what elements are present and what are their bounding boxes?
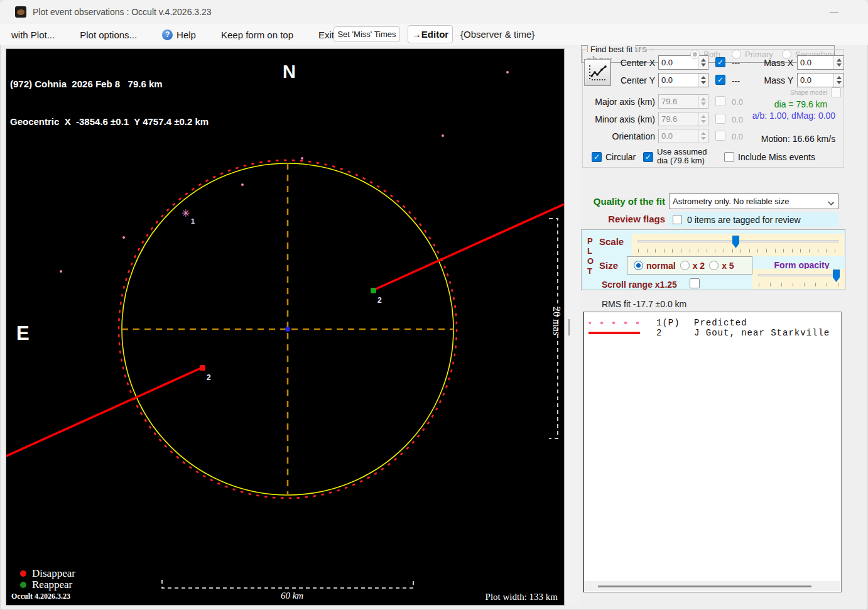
size-label: Size xyxy=(599,260,618,271)
title-bar: Plot event observations : Occult v.4.202… xyxy=(0,0,868,24)
use-assumed-dia-checkbox[interactable]: ✓ xyxy=(643,152,653,162)
major-axis-input[interactable]: 79.6 xyxy=(658,94,708,109)
size-option-x2[interactable]: x 2 xyxy=(680,261,705,271)
chord-line-sample-icon xyxy=(589,332,640,334)
radio-x2 xyxy=(680,261,690,270)
shape-model-checkbox[interactable] xyxy=(831,87,841,97)
splitter-grip xyxy=(568,319,570,335)
orientation-spinner xyxy=(698,129,708,143)
minimize-button[interactable]: — xyxy=(827,6,842,18)
minor-axis-label: Minor axis (km) xyxy=(581,114,655,124)
orientation-value: 0.0 xyxy=(659,129,698,143)
use-assumed-line1: Use assumed xyxy=(657,148,707,156)
center-x-input[interactable]: 0.0 xyxy=(658,55,708,70)
major-axis-fit-checkbox[interactable] xyxy=(715,96,725,106)
plot-letter-p: P xyxy=(587,236,593,246)
observation-row-chord[interactable]: 2 J Gout, near Starkville xyxy=(583,327,841,338)
major-axis-sigma: 0.0 xyxy=(732,97,743,107)
plot-width-label: Plot width: 133 km xyxy=(486,592,558,602)
major-axis-value: 79.6 xyxy=(659,95,698,108)
minor-axis-input[interactable]: 79.6 xyxy=(658,112,708,126)
include-miss-checkbox[interactable] xyxy=(724,152,734,162)
center-y-input[interactable]: 0.0 xyxy=(658,73,708,87)
reappear-dot-icon xyxy=(20,582,26,588)
scale-slider[interactable] xyxy=(632,234,844,256)
review-flags-checkbox[interactable] xyxy=(673,215,682,224)
scale-bar xyxy=(162,580,413,588)
use-assumed-dia-label: Use assumed dia (79.6 km) xyxy=(657,148,707,165)
orientation-input[interactable]: 0.0 xyxy=(658,129,708,143)
mass-x-value[interactable]: 0.0 xyxy=(798,56,833,69)
star-dot xyxy=(301,157,303,160)
chord-segment-ingress xyxy=(6,368,202,456)
scale-slider-thumb[interactable] xyxy=(732,236,739,248)
quality-of-fit-dropdown[interactable]: Astrometry only. No reliable size xyxy=(669,193,838,209)
observation-row-predicted[interactable]: 1(P) Predicted xyxy=(583,317,841,328)
center-x-spinner[interactable] xyxy=(698,56,708,69)
observation-id: 2 xyxy=(656,328,694,338)
star-dot xyxy=(442,134,444,137)
list-scrollbar-thumb[interactable] xyxy=(598,585,811,587)
plot-title: (972) Cohnia 2026 Feb 8 79.6 km Geocentr… xyxy=(10,53,209,153)
minor-axis-fit-checkbox[interactable] xyxy=(715,114,725,124)
minor-axis-value: 79.6 xyxy=(659,112,698,126)
observations-list[interactable]: 1(P) Predicted 2 J Gout, near Starkville xyxy=(583,312,842,592)
east-label: E xyxy=(16,322,30,345)
form-opacity-thumb[interactable] xyxy=(833,270,840,282)
plot-canvas[interactable]: 2 2 20 mas (972) Cohnia 2026 Feb 8 79.6 … xyxy=(6,49,564,605)
menu-plot-options[interactable]: Plot options... xyxy=(80,30,137,40)
plot-letter-l: L xyxy=(587,246,592,256)
form-opacity-ticks xyxy=(759,283,838,286)
use-assumed-line2: dia (79.6 km) xyxy=(657,156,707,165)
legend-disappear-row: Disappear xyxy=(20,568,75,579)
target-star-label: 1 xyxy=(191,217,195,225)
chord-label-reappear: 2 xyxy=(377,296,382,305)
review-flags-label: Review flags xyxy=(581,214,665,224)
menu-with-plot[interactable]: with Plot... xyxy=(11,30,55,40)
center-y-fit-checkbox[interactable]: ✓ xyxy=(715,75,725,85)
menu-exit[interactable]: Exit xyxy=(318,30,334,40)
dia-readout: dia = 79.6 km xyxy=(757,99,845,109)
plot-title-line2: Geocentric X -3854.6 ±0.1 Y 4757.4 ±0.2 … xyxy=(10,116,209,128)
center-y-dashes: --- xyxy=(732,76,740,85)
minor-axis-spinner xyxy=(698,112,708,126)
size-option-normal[interactable]: normal xyxy=(634,261,676,271)
editor-button[interactable]: →Editor xyxy=(408,25,453,43)
menu-keep-on-top[interactable]: Keep form on top xyxy=(221,30,293,40)
center-y-spinner[interactable] xyxy=(698,74,708,87)
center-dot xyxy=(285,327,290,332)
size-radio-group: normal x 2 x 5 xyxy=(627,256,752,275)
center-x-dashes: --- xyxy=(732,58,740,68)
radio-both xyxy=(690,50,700,59)
control-panel: Find best fit Ce xyxy=(581,45,846,607)
set-miss-times-button[interactable]: Set 'Miss' Times xyxy=(334,26,400,42)
center-x-fit-checkbox[interactable]: ✓ xyxy=(715,57,725,67)
review-flags-text: 0 items are tagged for review xyxy=(687,215,801,225)
mass-y-value[interactable]: 0.0 xyxy=(798,74,833,87)
form-opacity-track[interactable] xyxy=(757,274,840,276)
star-dot xyxy=(60,270,62,273)
major-axis-label: Major axis (km) xyxy=(581,97,655,107)
mass-y-input[interactable]: 0.0 xyxy=(797,73,844,87)
disappear-label: Disappear xyxy=(32,567,75,580)
panel-splitter[interactable] xyxy=(565,49,580,605)
menu-help[interactable]: ? Help xyxy=(162,30,196,40)
center-y-value[interactable]: 0.0 xyxy=(659,74,698,87)
plot-settings-panel: P L O T Scale Size normal x 2 xyxy=(581,229,845,290)
mass-y-spinner[interactable] xyxy=(833,74,844,87)
list-horizontal-scrollbar[interactable] xyxy=(584,581,840,591)
form-opacity-slider[interactable] xyxy=(752,269,845,289)
find-best-fit-title: Find best fit xyxy=(588,45,635,54)
quality-of-fit-value: Astrometry only. No reliable size xyxy=(673,197,789,206)
chevron-down-icon xyxy=(828,199,834,205)
orientation-fit-checkbox[interactable] xyxy=(715,131,725,141)
scroll-range-checkbox[interactable] xyxy=(690,278,700,288)
circular-checkbox[interactable]: ✓ xyxy=(592,152,602,162)
ab-dmag-readout: a/b: 1.00, dMag: 0.00 xyxy=(743,111,845,121)
size-option-x5[interactable]: x 5 xyxy=(709,261,734,271)
mass-x-input[interactable]: 0.0 xyxy=(797,55,844,70)
radio-x5 xyxy=(709,261,719,270)
mass-x-spinner[interactable] xyxy=(833,56,844,69)
observation-name: J Gout, near Starkville xyxy=(694,328,830,338)
predicted-line-sample-icon xyxy=(589,322,640,324)
